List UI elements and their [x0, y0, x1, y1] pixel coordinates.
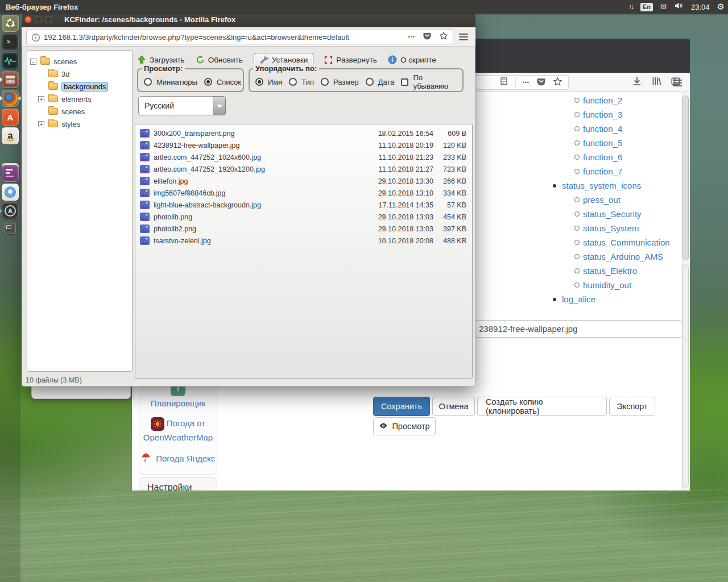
file-row[interactable]: 4238912-free-wallpaper.jpg 11.10.2018 20…	[135, 139, 472, 151]
dock-media-app[interactable]	[2, 165, 19, 182]
list-item[interactable]: function_3	[546, 107, 688, 122]
link[interactable]: status_Security	[583, 209, 642, 219]
tree-item-scenes-root[interactable]: - scenes	[27, 55, 132, 68]
list-item[interactable]: function_4	[546, 122, 688, 136]
tree-item-elements[interactable]: + elements	[27, 93, 132, 105]
dock-firefox[interactable]	[2, 90, 19, 107]
list-item[interactable]: status_Security	[546, 207, 688, 221]
page-actions-icon[interactable]: •••	[523, 80, 530, 85]
save-button[interactable]: Сохранить	[373, 397, 430, 416]
list-item[interactable]: status_system_icons	[546, 178, 688, 193]
volume-icon[interactable]	[674, 2, 684, 12]
pocket-icon[interactable]	[423, 31, 432, 43]
window-maximize-button[interactable]	[45, 16, 52, 23]
maximize-button[interactable]: Развернуть	[324, 56, 377, 64]
file-row[interactable]: tsarstvo-zeleni.jpg 10.10.2018 20:08 488…	[135, 235, 472, 247]
list-item[interactable]: function_5	[546, 136, 688, 150]
language-select[interactable]: Русский	[138, 96, 226, 115]
file-row[interactable]: photolib2.png 29.10.2018 13:03 397 KB	[135, 223, 472, 235]
link[interactable]: status_Elektro	[583, 266, 637, 276]
chevron-down-icon[interactable]	[213, 96, 226, 115]
window-close-button[interactable]	[24, 16, 32, 23]
link[interactable]: function_5	[583, 138, 622, 148]
clock[interactable]: 23:04	[691, 3, 710, 11]
file-row[interactable]: img5607ef98846cb.jpg 29.10.2018 13:10 33…	[135, 187, 472, 199]
link[interactable]: status_System	[583, 223, 639, 233]
expand-icon[interactable]: +	[38, 96, 44, 102]
link[interactable]: function_3	[583, 110, 622, 119]
link[interactable]: status_system_icons	[562, 181, 641, 190]
url-bar[interactable]: 192.168.1.3/3rdparty/kcfinder/browse.php…	[26, 30, 453, 44]
tree-item-3d[interactable]: 3d	[27, 68, 132, 80]
file-row[interactable]: elitefon.jpg 29.10.2018 13:30 266 KB	[135, 175, 472, 187]
dock-file-archiver[interactable]	[2, 71, 19, 88]
radio-order-type[interactable]	[289, 78, 297, 86]
link[interactable]: press_out	[583, 195, 621, 205]
file-row[interactable]: 300x200_transparent.png 18.02.2015 16:54…	[135, 127, 472, 139]
page-actions-icon[interactable]: •••	[408, 34, 415, 40]
kcfinder-titlebar[interactable]: KCFinder: /scenes/backgrounds - Mozilla …	[22, 13, 475, 27]
list-item[interactable]: status_System	[546, 221, 688, 235]
refresh-button[interactable]: Обновить	[196, 55, 243, 64]
bookmark-star-icon[interactable]	[439, 31, 448, 43]
list-item[interactable]: humidity_out	[546, 278, 688, 292]
list-item[interactable]: function_2	[546, 93, 688, 107]
list-item[interactable]: log_alice	[546, 292, 688, 306]
link[interactable]: function_2	[583, 95, 622, 105]
link[interactable]: function_6	[583, 152, 622, 162]
link[interactable]: function_4	[583, 124, 622, 134]
window-minimize-button[interactable]	[35, 16, 42, 23]
radio-list[interactable]	[204, 78, 212, 86]
mail-icon[interactable]: ✉	[660, 0, 667, 14]
menu-icon[interactable]	[459, 32, 468, 42]
tree-item-backgrounds[interactable]: backgrounds	[27, 80, 132, 93]
about-button[interactable]: О скрипте	[388, 55, 436, 64]
library-icon[interactable]	[651, 76, 661, 89]
keyboard-layout-indicator[interactable]: En	[640, 3, 653, 11]
radio-thumbnails[interactable]	[144, 78, 152, 86]
reader-mode-icon[interactable]	[499, 77, 508, 88]
file-row[interactable]: artleo.com_447252_1920x1200.jpg 11.10.20…	[135, 163, 472, 175]
scrollbar-thumb-lower[interactable]	[682, 264, 689, 488]
planner-link[interactable]: Планировщик	[151, 398, 205, 408]
link[interactable]: status_Communication	[583, 238, 670, 247]
export-button[interactable]: Экспорт	[609, 397, 655, 416]
network-arrows-icon[interactable]: ↑↓	[628, 0, 633, 14]
weather-yandex-link[interactable]: Погода Яндекс	[156, 454, 215, 463]
link[interactable]: function_7	[583, 167, 622, 176]
collapse-icon[interactable]: -	[30, 59, 36, 65]
site-info-icon[interactable]	[31, 33, 40, 44]
dock-chromium[interactable]	[2, 184, 19, 201]
download-icon[interactable]	[632, 76, 642, 89]
radio-order-size[interactable]	[321, 78, 329, 86]
radio-order-name[interactable]	[255, 78, 263, 86]
dock-app-a[interactable]: A	[2, 202, 19, 219]
dock-terminal[interactable]: >_	[2, 34, 19, 51]
preview-button[interactable]: Просмотр	[373, 417, 436, 435]
scrollbar-thumb[interactable]	[682, 95, 689, 260]
cancel-button[interactable]: Отмена	[432, 397, 475, 416]
dock-system-monitor[interactable]	[2, 52, 19, 69]
bookmark-star-icon[interactable]	[553, 77, 562, 89]
checkbox-descending[interactable]	[401, 78, 408, 86]
link[interactable]: status_Arduino_AMS	[583, 252, 663, 261]
menu-icon[interactable]	[673, 78, 682, 88]
list-item[interactable]: function_6	[546, 150, 688, 164]
tree-item-styles[interactable]: + styles	[27, 118, 132, 130]
dock-workspace-switcher[interactable]	[5, 223, 16, 234]
session-gear-icon[interactable]: ⚙	[717, 0, 725, 14]
pocket-icon[interactable]	[536, 77, 546, 89]
upload-button[interactable]: Загрузить	[137, 55, 185, 64]
dock-software-center[interactable]: A	[2, 109, 19, 126]
list-item[interactable]: status_Communication	[546, 235, 688, 250]
file-row[interactable]: photolib.png 29.10.2018 13:03 454 KB	[135, 211, 472, 223]
list-item[interactable]: status_Elektro	[546, 264, 688, 278]
link[interactable]: log_alice	[562, 294, 595, 304]
file-row[interactable]: light-blue-abstract-backgroudn.jpg 17.11…	[135, 199, 472, 211]
clone-button[interactable]: Создать копию (клонировать)	[477, 397, 607, 416]
list-item[interactable]: status_Arduino_AMS	[546, 250, 688, 264]
list-item[interactable]: press_out	[546, 193, 688, 207]
tree-item-scenes[interactable]: scenes	[27, 105, 132, 118]
link[interactable]: humidity_out	[583, 280, 631, 290]
dock-amazon[interactable]: a	[2, 127, 19, 144]
